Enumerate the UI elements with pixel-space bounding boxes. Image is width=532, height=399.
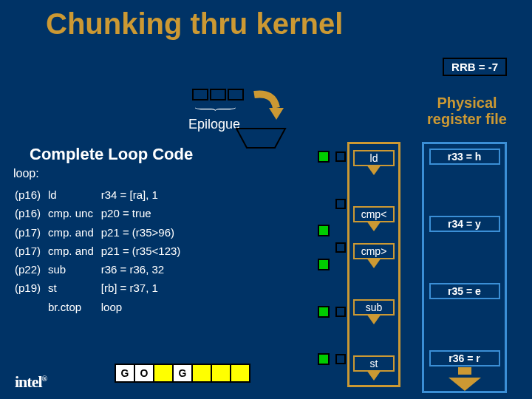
go-cell	[211, 364, 231, 383]
intel-logo: intel®	[15, 372, 47, 392]
code-cell: (p16)	[15, 186, 47, 203]
code-row: (p22)subr36 = r36, 32	[15, 261, 186, 278]
marker-green	[318, 259, 330, 270]
code-cell: sub	[48, 261, 100, 278]
go-cell	[153, 364, 174, 383]
marker-outline	[335, 151, 346, 162]
complete-loop-heading: Complete Loop Code	[30, 145, 193, 164]
code-row: br.ctoploop	[15, 299, 186, 316]
register-file-column: r33 = hr34 = yr35 = er36 = r	[422, 142, 507, 393]
marker-outline	[335, 354, 346, 364]
marker-green	[318, 353, 330, 365]
marker-green	[318, 225, 330, 236]
code-cell: p21 = (r35>96)	[101, 224, 187, 241]
down-arrow-icon	[366, 258, 381, 268]
go-cell: G	[172, 364, 193, 383]
pipe-stage-st: st	[353, 355, 395, 372]
epilogue-label: Epilogue	[188, 117, 240, 132]
code-cell: r34 = [ra], 1	[101, 186, 187, 203]
code-cell: p21 = (r35<123)	[101, 242, 187, 259]
rrb-value-box: RRB = -7	[443, 58, 507, 76]
epilogue-box	[228, 89, 244, 100]
down-arrow-icon	[449, 378, 481, 391]
code-row: (p19)st[rb] = r37, 1	[15, 279, 186, 296]
svg-marker-0	[269, 108, 284, 120]
marker-outline	[335, 307, 346, 317]
reg-cell: r36 = r	[429, 350, 500, 366]
code-cell: (p19)	[15, 279, 47, 296]
marker-outline	[335, 242, 346, 253]
down-arrow-icon	[366, 221, 381, 231]
epilogue-box	[192, 89, 208, 100]
funnel-icon	[235, 127, 287, 149]
code-cell: (p17)	[15, 224, 47, 241]
code-row: (p17)cmp. andp21 = (r35<123)	[15, 242, 186, 259]
code-cell: r36 = r36, 32	[101, 261, 187, 278]
physical-register-file-label: Physical register file	[415, 95, 519, 127]
pipe-stage-cmp: cmp<	[353, 206, 395, 222]
down-arrow-icon	[366, 314, 381, 324]
pipeline-column: ldcmp<cmp>subst	[347, 142, 400, 387]
pipe-stage-sub: sub	[353, 299, 395, 316]
code-cell: p20 = true	[101, 205, 187, 222]
go-cell: O	[134, 364, 154, 383]
pipe-stage-ld: ld	[353, 150, 395, 166]
code-cell: cmp. unc	[48, 205, 100, 222]
code-cell: (p22)	[15, 261, 47, 278]
code-cell: (p17)	[15, 242, 47, 259]
marker-outline	[335, 199, 346, 209]
code-row: (p16)ldr34 = [ra], 1	[15, 186, 186, 203]
code-cell: cmp. and	[48, 242, 100, 259]
code-cell: [rb] = r37, 1	[101, 279, 187, 296]
code-listing: (p16)ldr34 = [ra], 1(p16)cmp. uncp20 = t…	[13, 185, 188, 317]
epilogue-boxes	[192, 89, 244, 100]
reg-cell: r33 = h	[429, 149, 500, 165]
down-arrow-icon	[366, 370, 381, 381]
down-arrow-icon	[366, 165, 381, 175]
reg-cell: r34 = y	[429, 216, 500, 232]
svg-marker-1	[236, 129, 285, 148]
code-cell: (p16)	[15, 205, 47, 222]
code-cell	[15, 299, 47, 316]
go-cell: G	[115, 364, 135, 383]
code-cell: cmp. and	[48, 224, 100, 241]
code-cell: br.ctop	[48, 299, 100, 316]
code-row: (p16)cmp. uncp20 = true	[15, 205, 186, 222]
arrow-stem	[458, 367, 471, 375]
curve-arrow-icon	[251, 89, 288, 124]
loop-label: loop:	[13, 167, 39, 180]
go-cell	[191, 364, 212, 383]
code-cell: ld	[48, 186, 100, 203]
epilogue-box	[210, 89, 226, 100]
page-title: Chunking thru kernel	[46, 7, 343, 41]
marker-green	[318, 306, 330, 318]
pipe-stage-cmp: cmp>	[353, 243, 395, 259]
marker-green	[318, 151, 330, 163]
code-row: (p17)cmp. andp21 = (r35>96)	[15, 224, 186, 241]
code-cell: st	[48, 279, 100, 296]
reg-cell: r35 = e	[429, 283, 500, 299]
code-cell: loop	[101, 299, 187, 316]
go-cell	[230, 364, 250, 383]
go-track: GOG	[115, 364, 250, 383]
